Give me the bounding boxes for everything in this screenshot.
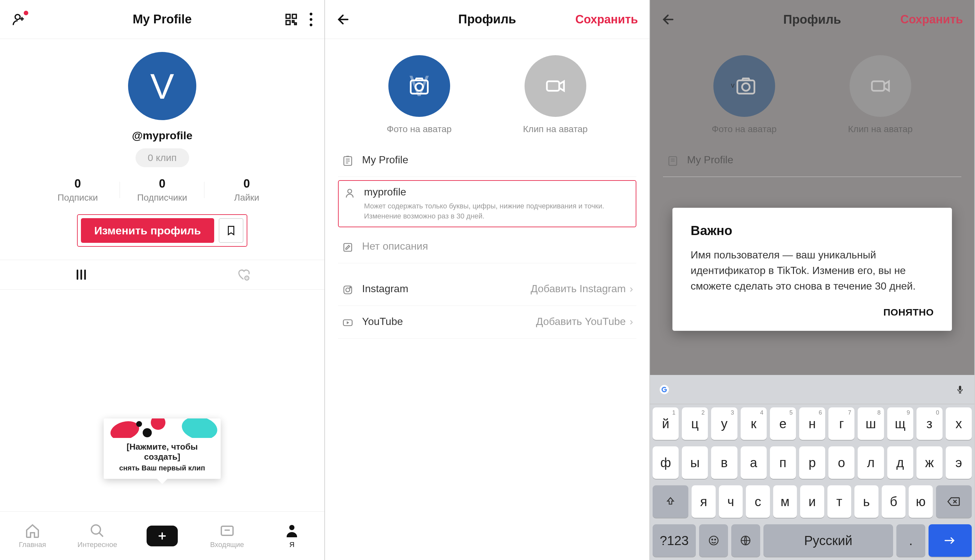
key-я[interactable]: я (692, 485, 716, 518)
key-д[interactable]: д (887, 447, 913, 479)
page-title: My Profile (132, 12, 192, 26)
key-ь[interactable]: ь (855, 485, 878, 518)
svg-point-7 (310, 18, 312, 20)
key-ш[interactable]: ш8 (858, 407, 884, 440)
key-emoji[interactable] (699, 524, 728, 557)
key-с[interactable]: с (746, 485, 770, 518)
stat-following[interactable]: 0Подписки (35, 177, 120, 203)
key-в[interactable]: в (711, 447, 737, 479)
svg-rect-2 (293, 14, 296, 18)
row-instagram[interactable]: Instagram Добавить Instagram› (338, 273, 636, 306)
back-icon[interactable] (661, 12, 676, 27)
username-label: @myprofile (132, 129, 192, 142)
save-button[interactable]: Сохранить (900, 13, 963, 26)
svg-point-20 (346, 288, 350, 292)
row-youtube[interactable]: YouTube Добавить YouTube› (338, 306, 636, 338)
key-щ[interactable]: щ9 (887, 407, 913, 440)
avatar[interactable]: V (128, 52, 196, 120)
more-icon[interactable] (309, 13, 313, 26)
key-enter[interactable] (928, 524, 972, 557)
key-ф[interactable]: ф (652, 447, 679, 479)
svg-point-0 (15, 14, 20, 19)
row-bio[interactable]: Нет описания (338, 230, 636, 263)
avatar-video-option[interactable]: Клип на аватар (523, 55, 588, 134)
key-а[interactable]: а (741, 447, 767, 479)
back-icon[interactable] (336, 12, 351, 27)
key-т[interactable]: т (828, 485, 851, 518)
row-name[interactable]: My Profile (338, 144, 636, 177)
key-м[interactable]: м (773, 485, 797, 518)
form-list: My Profile myprofileМожет содержать толь… (325, 144, 649, 338)
key-л[interactable]: л (858, 447, 884, 479)
key-и[interactable]: и (800, 485, 824, 518)
key-з[interactable]: з0 (916, 407, 943, 440)
svg-rect-4 (293, 20, 294, 22)
avatar-photo-option: V Фото на аватар (712, 55, 777, 134)
key-е[interactable]: е5 (770, 407, 796, 440)
edit-row: Изменить профиль (77, 214, 248, 247)
add-friend-icon[interactable] (12, 12, 26, 27)
tab-liked[interactable] (162, 260, 324, 289)
profile-content: V @myprofile 0 клип 0Подписки 0Подписчик… (0, 39, 324, 560)
key-п[interactable]: п (770, 447, 796, 479)
avatar-photo-option[interactable]: V Фото на аватар (387, 55, 452, 134)
svg-point-10 (91, 525, 100, 534)
key-б[interactable]: б (882, 485, 906, 518)
name-icon (341, 154, 354, 167)
svg-point-30 (712, 539, 713, 540)
nav-create[interactable] (130, 526, 195, 547)
stat-followers[interactable]: 0Подписчики (120, 177, 204, 203)
clip-count-pill[interactable]: 0 клип (135, 148, 189, 167)
page-title: Профиль (458, 12, 516, 26)
key-г[interactable]: г7 (828, 407, 855, 440)
google-icon[interactable] (657, 382, 672, 397)
chevron-right-icon: › (629, 283, 633, 295)
dialog-panel: Профиль Сохранить V Фото на аватар Клип … (650, 0, 975, 560)
youtube-icon (341, 315, 354, 328)
nav-me[interactable]: Я (259, 523, 324, 549)
svg-point-12 (289, 525, 294, 530)
nav-inbox[interactable]: Входящие (195, 523, 260, 549)
key-ю[interactable]: ю (909, 485, 933, 518)
nav-home[interactable]: Главная (0, 523, 65, 549)
key-backspace[interactable] (936, 485, 972, 518)
save-button[interactable]: Сохранить (575, 13, 638, 26)
profile-header: My Profile (0, 0, 324, 39)
key-period[interactable]: . (896, 524, 925, 557)
edit-profile-panel: Профиль Сохранить V Фото на аватар Клип … (325, 0, 650, 560)
key-ж[interactable]: ж (916, 447, 943, 479)
key-shift[interactable] (652, 485, 688, 518)
tab-grid[interactable] (0, 260, 162, 289)
create-hint-card[interactable]: [Нажмите, чтобы создать] снять Ваш первы… (104, 418, 221, 479)
svg-point-17 (348, 189, 352, 193)
bookmark-button[interactable] (219, 218, 243, 243)
svg-rect-28 (959, 386, 962, 390)
key-ц[interactable]: ц2 (682, 407, 708, 440)
svg-rect-3 (286, 20, 290, 24)
key-р[interactable]: р (799, 447, 825, 479)
key-х[interactable]: х (946, 407, 972, 440)
key-ы[interactable]: ы (682, 447, 708, 479)
key-к[interactable]: к4 (741, 407, 767, 440)
qr-icon[interactable] (284, 13, 298, 26)
key-й[interactable]: й1 (652, 407, 679, 440)
key-н[interactable]: н6 (799, 407, 825, 440)
stat-likes[interactable]: 0Лайки (204, 177, 289, 203)
dialog-ok-button[interactable]: ПОНЯТНО (691, 307, 934, 318)
svg-point-8 (310, 23, 312, 26)
content-tabs (0, 260, 324, 290)
key-language[interactable] (731, 524, 760, 557)
svg-rect-18 (344, 243, 352, 251)
key-ч[interactable]: ч (719, 485, 743, 518)
avatar-options: V Фото на аватар Клип на аватар (325, 39, 649, 144)
key-space[interactable]: Русский (763, 524, 893, 557)
key-symbols[interactable]: ?123 (652, 524, 696, 557)
mic-icon[interactable] (952, 382, 968, 397)
key-э[interactable]: э (946, 447, 972, 479)
person-icon (343, 186, 356, 199)
row-username[interactable]: myprofileМожет содержать только буквы, ц… (338, 180, 636, 227)
nav-discover[interactable]: Интересное (65, 523, 130, 549)
edit-profile-button[interactable]: Изменить профиль (81, 218, 214, 243)
key-о[interactable]: о (828, 447, 855, 479)
key-у[interactable]: у3 (711, 407, 737, 440)
